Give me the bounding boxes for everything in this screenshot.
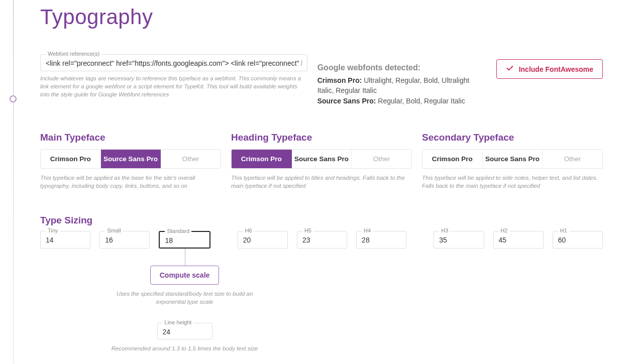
check-icon <box>506 64 514 74</box>
include-fontawesome-button[interactable]: Include FontAwesome <box>496 59 603 79</box>
line-height-input[interactable] <box>163 328 207 336</box>
size-h2[interactable]: H2 <box>493 231 544 249</box>
heading-typeface-opt-crimson[interactable]: Crimson Pro <box>232 150 292 168</box>
heading-typeface-block: Heading Typeface Crimson Pro Source Sans… <box>231 132 412 190</box>
size-tiny-input[interactable] <box>46 236 85 244</box>
detected-family-name: Source Sans Pro: <box>317 97 376 105</box>
size-label: H3 <box>439 227 450 233</box>
main-typeface-segment: Crimson Pro Source Sans Pro Other <box>40 149 221 169</box>
size-small[interactable]: Small <box>99 231 150 249</box>
main-typeface-help: This typeface will be applied as the bas… <box>40 174 221 190</box>
webfont-input[interactable] <box>46 59 302 67</box>
size-h5-input[interactable] <box>302 236 342 244</box>
main-typeface-opt-crimson[interactable]: Crimson Pro <box>41 150 101 168</box>
compute-scale-button[interactable]: Compute scale <box>150 266 220 285</box>
secondary-typeface-help: This typeface will be applied to side no… <box>422 174 603 190</box>
line-height-label: Line height <box>163 319 194 325</box>
size-h3[interactable]: H3 <box>434 231 484 249</box>
detected-fonts: Google webfonts detected: Crimson Pro: U… <box>317 54 486 106</box>
size-label: H5 <box>302 227 313 233</box>
heading-typeface-opt-source-sans[interactable]: Source Sans Pro <box>292 150 352 168</box>
detected-family-name: Crimson Pro: <box>317 76 362 84</box>
main-typeface-block: Main Typeface Crimson Pro Source Sans Pr… <box>40 132 221 190</box>
main-typeface-opt-other[interactable]: Other <box>161 150 221 168</box>
compute-scale-label: Compute scale <box>160 271 210 279</box>
secondary-typeface-title: Secondary Typeface <box>422 132 603 143</box>
secondary-typeface-opt-source-sans[interactable]: Source Sans Pro <box>483 150 543 168</box>
line-height-field[interactable]: Line height <box>157 323 212 339</box>
size-h4[interactable]: H4 <box>356 231 406 249</box>
secondary-typeface-segment: Crimson Pro Source Sans Pro Other <box>422 149 603 169</box>
size-label: H6 <box>243 227 254 233</box>
webfont-help: Include whatever tags are necessary to r… <box>40 74 307 98</box>
detected-family-weights: Regular, Bold, Regular Italic <box>378 97 465 105</box>
size-tiny[interactable]: Tiny <box>40 231 90 249</box>
size-h2-input[interactable] <box>499 236 538 244</box>
main-typeface-title: Main Typeface <box>40 132 221 143</box>
size-label: H2 <box>499 227 510 233</box>
size-h6-input[interactable] <box>243 236 282 244</box>
size-small-input[interactable] <box>105 236 144 244</box>
heading-typeface-title: Heading Typeface <box>231 132 412 143</box>
size-label: H1 <box>558 227 569 233</box>
timeline-line <box>13 0 14 364</box>
size-label: Small <box>105 227 123 233</box>
size-h1-input[interactable] <box>558 236 597 244</box>
size-standard-input[interactable] <box>165 236 204 245</box>
secondary-typeface-block: Secondary Typeface Crimson Pro Source Sa… <box>422 132 603 190</box>
line-height-help: Recommended around 1.3 to 1.5 times the … <box>104 344 265 352</box>
size-h5[interactable]: H5 <box>297 231 347 249</box>
size-h3-input[interactable] <box>439 236 478 244</box>
main-typeface-opt-source-sans[interactable]: Source Sans Pro <box>101 150 161 168</box>
webfont-label: Webfont reference(s) <box>46 51 101 57</box>
size-label: Tiny <box>46 227 60 233</box>
size-label: Standard <box>165 228 191 234</box>
compute-scale-help: Uses the specified standard/body text si… <box>110 290 260 306</box>
secondary-typeface-opt-crimson[interactable]: Crimson Pro <box>422 150 483 168</box>
heading-typeface-help: This typeface will be applied to titles … <box>231 174 412 190</box>
timeline-dot <box>10 95 17 102</box>
page-title: Typography <box>40 5 603 29</box>
detected-title: Google webfonts detected: <box>317 63 486 72</box>
size-h4-input[interactable] <box>362 236 401 244</box>
type-sizing-title: Type Sizing <box>40 215 603 226</box>
secondary-typeface-opt-other[interactable]: Other <box>543 150 602 168</box>
size-h1[interactable]: H1 <box>553 231 603 249</box>
size-standard[interactable]: Standard <box>159 231 210 249</box>
heading-typeface-segment: Crimson Pro Source Sans Pro Other <box>231 149 412 169</box>
heading-typeface-opt-other[interactable]: Other <box>352 150 411 168</box>
include-fontawesome-label: Include FontAwesome <box>519 65 593 73</box>
webfont-field[interactable]: Webfont reference(s) <box>40 54 307 71</box>
size-label: H4 <box>362 227 373 233</box>
size-h6[interactable]: H6 <box>238 231 288 249</box>
connector-line <box>185 249 185 266</box>
